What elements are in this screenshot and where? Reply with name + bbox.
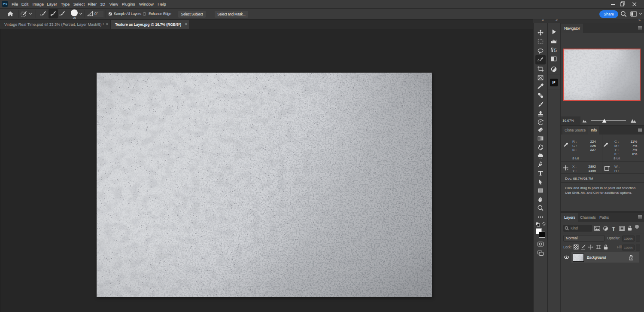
svg-text:5: 5 [554, 47, 557, 52]
svg-text:T: T [612, 226, 615, 232]
